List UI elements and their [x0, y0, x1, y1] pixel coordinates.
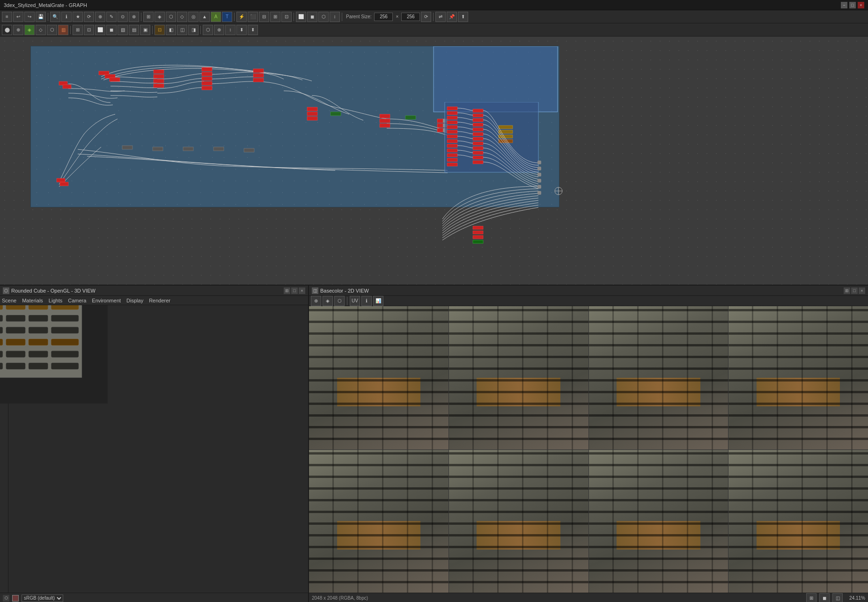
toolbar-btn-6[interactable]: ℹ	[61, 12, 72, 22]
tb2-btn-2[interactable]: ⊕	[13, 25, 23, 35]
3d-render-viewport	[0, 305, 112, 404]
3d-view-expand-btn[interactable]: □	[291, 287, 298, 294]
toolbar-btn-5[interactable]: 🔍	[50, 12, 60, 22]
svg-rect-124	[29, 305, 48, 309]
toolbar-btn-24[interactable]: ⊞	[270, 12, 280, 22]
toolbar-btn-21[interactable]: ⚡	[236, 12, 247, 22]
tb2-btn-18[interactable]: ⊕	[214, 25, 224, 35]
toolbar-btn-11[interactable]: ⊙	[118, 12, 128, 22]
toolbar-btn-14[interactable]: ◈	[154, 12, 165, 22]
svg-rect-126	[0, 315, 3, 322]
tb2-btn-12[interactable]: ▤	[129, 25, 139, 35]
toolbar-btn-save[interactable]: 💾	[36, 12, 46, 22]
tb2-btn-6[interactable]: ▥	[58, 25, 68, 35]
tb2-btn-7[interactable]: ⊞	[73, 25, 83, 35]
3d-view-content[interactable]: 📷 ● ○ ✛ ↻ ⊞ ▲ ◈ ✏ 📊	[0, 305, 308, 593]
menu-scene[interactable]: Scene	[2, 298, 16, 303]
menu-materials[interactable]: Materials	[22, 298, 43, 303]
tb2-btn-8[interactable]: ⊡	[84, 25, 94, 35]
toolbar-btn-27[interactable]: ◼	[307, 12, 317, 22]
toolbar-btn-10[interactable]: ✎	[106, 12, 117, 22]
toolbar-btn-pin[interactable]: 📌	[447, 12, 457, 22]
2d-bottom-btn-2[interactable]: ◼	[819, 593, 830, 602]
2d-tb-btn-1[interactable]: ⊕	[311, 296, 321, 306]
parent-size-input-1[interactable]	[374, 13, 393, 21]
svg-rect-48	[447, 116, 457, 119]
svg-rect-129	[51, 315, 79, 322]
2d-tb-btn-2[interactable]: ◈	[323, 296, 333, 306]
tb2-btn-16[interactable]: ◨	[188, 25, 199, 35]
toolbar-btn-29[interactable]: ↕	[330, 12, 340, 22]
tb2-btn-15[interactable]: ◫	[177, 25, 187, 35]
color-swatch[interactable]	[12, 595, 19, 602]
tb2-btn-9[interactable]: ⬜	[95, 25, 105, 35]
maximize-button[interactable]: □	[849, 2, 856, 8]
tb2-btn-3[interactable]: ◈	[24, 25, 35, 35]
close-button[interactable]: ×	[858, 2, 864, 8]
toolbar-btn-25[interactable]: ⊡	[281, 12, 292, 22]
svg-rect-25	[183, 147, 193, 151]
toolbar-btn-1[interactable]: ≡	[2, 12, 12, 22]
toolbar-btn-26[interactable]: ⬜	[296, 12, 306, 22]
menu-environment[interactable]: Environment	[92, 298, 121, 303]
svg-rect-134	[0, 339, 3, 345]
svg-rect-67	[473, 147, 483, 150]
toolbar-btn-3[interactable]: ↪	[24, 12, 35, 22]
svg-rect-58	[447, 163, 457, 166]
toolbar-btn-17[interactable]: ◎	[188, 12, 199, 22]
tb2-btn-14[interactable]: ◧	[166, 25, 176, 35]
texture-tile-1	[309, 306, 449, 449]
menu-display[interactable]: Display	[126, 298, 143, 303]
toolbar-btn-18[interactable]: ▲	[199, 12, 210, 22]
tb2-btn-1[interactable]: ⬤	[2, 25, 12, 35]
2d-bottom-btn-1[interactable]: ⊞	[806, 593, 817, 602]
toolbar-btn-7[interactable]: ★	[73, 12, 83, 22]
tb2-btn-11[interactable]: ▧	[118, 25, 128, 35]
2d-view-viewport[interactable]	[309, 306, 868, 593]
2d-bottom-btn-3[interactable]: ◫	[832, 593, 843, 602]
toolbar-btn-9[interactable]: ⊕	[95, 12, 105, 22]
graph-area[interactable]	[0, 37, 868, 285]
2d-view-close-btn[interactable]: ×	[859, 287, 865, 294]
toolbar-btn-22[interactable]: ⬛	[248, 12, 258, 22]
toolbar-btn-export[interactable]: ⬆	[458, 12, 468, 22]
menu-camera[interactable]: Camera	[68, 298, 86, 303]
toolbar-btn-23[interactable]: ⊟	[259, 12, 269, 22]
tb2-btn-4[interactable]: ◇	[36, 25, 46, 35]
3d-view-pip-btn[interactable]: ⊞	[284, 287, 290, 294]
color-space-select[interactable]: sRGB (default) Linear HDR	[22, 595, 63, 602]
minimize-button[interactable]: −	[841, 2, 847, 8]
sep-4	[294, 13, 294, 21]
tb2-btn-zoom-fit[interactable]: ⊡	[154, 25, 165, 35]
tb2-btn-5[interactable]: ⬡	[47, 25, 57, 35]
2d-view-expand-btn[interactable]: □	[851, 287, 858, 294]
3d-status-icon[interactable]: ⬡	[3, 595, 9, 602]
toolbar-btn-refresh[interactable]: ⟳	[421, 12, 431, 22]
toolbar-btn-28[interactable]: ⬡	[318, 12, 329, 22]
menu-renderer[interactable]: Renderer	[149, 298, 170, 303]
toolbar-btn-20[interactable]: T	[222, 12, 232, 22]
tb2-btn-21[interactable]: ⬍	[248, 25, 258, 35]
toolbar-btn-8[interactable]: ⟳	[84, 12, 94, 22]
tb2-btn-13[interactable]: ▣	[140, 25, 150, 35]
2d-tb-btn-uv[interactable]: UV	[350, 296, 360, 306]
toolbar-btn-12[interactable]: ⊗	[129, 12, 139, 22]
tb2-btn-10[interactable]: ◼	[106, 25, 117, 35]
tb2-btn-20[interactable]: ⬍	[236, 25, 247, 35]
toolbar-btn-link[interactable]: ⇌	[435, 12, 446, 22]
2d-view-panel: ◫ Basecolor - 2D VIEW ⊞ □ × ⊕ ◈ ⬡ UV ℹ 📊	[309, 286, 868, 602]
toolbar-btn-grid[interactable]: ⊞	[143, 12, 154, 22]
toolbar-btn-2[interactable]: ↩	[13, 12, 23, 22]
menu-lights[interactable]: Lights	[49, 298, 62, 303]
toolbar-btn-16[interactable]: ◇	[177, 12, 187, 22]
parent-size-input-2[interactable]	[401, 13, 420, 21]
toolbar-btn-15[interactable]: ⬡	[166, 12, 176, 22]
2d-tb-btn-3[interactable]: ⬡	[334, 296, 345, 306]
tb2-btn-17[interactable]: ⬡	[203, 25, 213, 35]
2d-tb-btn-info[interactable]: ℹ	[361, 296, 372, 306]
tb2-btn-19[interactable]: ↕	[225, 25, 235, 35]
2d-tb-btn-chart[interactable]: 📊	[373, 296, 383, 306]
3d-view-close-btn[interactable]: ×	[299, 287, 305, 294]
2d-view-pip-btn[interactable]: ⊞	[844, 287, 850, 294]
toolbar-btn-19[interactable]: A	[211, 12, 221, 22]
